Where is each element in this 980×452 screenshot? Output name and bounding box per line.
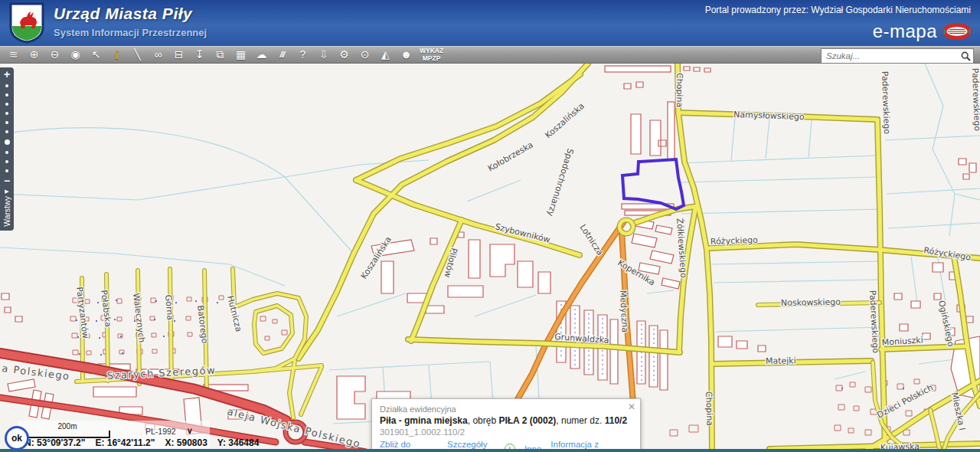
coordinate-value: Y: 346484 <box>217 437 260 448</box>
crs-selector[interactable]: PL-1992 ∨ <box>145 426 193 436</box>
chevron-down-icon: ∨ <box>187 426 193 436</box>
street-label: Batorego <box>195 305 210 345</box>
north-compass-icon[interactable]: ◭ <box>375 47 396 63</box>
help-icon[interactable]: ? <box>292 47 313 63</box>
coordinates-pin-icon[interactable]: ↧ <box>189 47 210 63</box>
cloud-download-icon[interactable]: ⇩ <box>313 47 334 63</box>
popup-text2: , numer dz. <box>556 415 602 426</box>
pila-coat-of-arms <box>9 2 44 44</box>
street-label: Medyczna <box>618 290 630 332</box>
street-label: Chopina <box>704 391 715 427</box>
close-icon[interactable]: ✕ <box>628 401 635 412</box>
zoom-in-button[interactable]: + <box>4 69 10 81</box>
search-button[interactable] <box>958 49 973 63</box>
popup-title: Działka ewidencyjna <box>380 405 632 414</box>
emapa-logo: e-mapa <box>873 21 937 42</box>
street-label: Ogińskiego <box>936 300 956 348</box>
layers-panel-tab[interactable]: ▶ Warstwy <box>0 185 14 231</box>
street-label: Walecznych <box>131 293 147 343</box>
zoom-dots <box>5 81 10 175</box>
portal-note: Portal prowadzony przez: Wydział Gospoda… <box>705 5 971 15</box>
toolbar-tools: ≋⊕⊖◉↖i╲∞⊟↧⧉▦☁///?⇩⚙⊙◭☻ <box>3 47 416 63</box>
measure-icon[interactable]: ╲ <box>127 47 148 63</box>
search-icon <box>961 51 971 61</box>
zoom-out-icon[interactable]: ⊖ <box>44 47 65 63</box>
street-label: Namysłowskiego <box>733 110 805 122</box>
popup-parcel-line: Piła - gmina miejska, obręb PIŁA 2 (0002… <box>380 415 632 426</box>
map-toolbar: ≋⊕⊖◉↖i╲∞⊟↧⧉▦☁///?⇩⚙⊙◭☻ WYKAZ MPZP <box>0 46 980 64</box>
wykaz-mpzp-button[interactable]: WYKAZ MPZP <box>420 47 443 62</box>
zoom-level-dot[interactable] <box>5 130 8 133</box>
search-box <box>821 48 974 64</box>
street-label: Chopina <box>675 73 684 107</box>
page-subtitle: System Informacji Przestrzennej <box>54 27 207 38</box>
popup-text: , obręb <box>468 415 499 426</box>
street-label: Połabska <box>99 290 113 328</box>
popup-parcel-number: 110/2 <box>605 415 627 426</box>
zoom-level-dot[interactable] <box>5 93 8 97</box>
street-label: Paderewskiego <box>880 71 892 135</box>
feedback-person-icon[interactable]: ☻ <box>396 47 416 63</box>
search-input[interactable] <box>822 51 958 61</box>
layers-tab-label: Warstwy <box>2 196 11 227</box>
wykaz-line2: MPZP <box>420 55 443 62</box>
popup-parcel-id: 301901_1.0002.110/2 <box>380 427 632 437</box>
zoom-level-dot[interactable] <box>5 139 10 145</box>
attribute-table-icon[interactable]: ▦ <box>230 47 251 63</box>
scale-label: 200m <box>24 422 110 431</box>
scale-bar: 200m <box>24 422 110 438</box>
street-label: Różyckiego <box>923 245 972 263</box>
identify-info-icon[interactable]: i <box>106 47 127 63</box>
street-label: Żółkiewskiego <box>675 218 688 278</box>
coordinates-readout: N: 53°09'37.2"E: 16°42'11.2"X: 590803Y: … <box>24 437 259 448</box>
link-icon[interactable]: ∞ <box>148 47 168 63</box>
zoom-control[interactable]: + − <box>0 67 14 191</box>
bottom-edge-strip <box>0 449 980 452</box>
map-canvas[interactable]: ChopinaNamysłowskiegoPaderewskiegoPadere… <box>0 64 980 452</box>
zoom-level-dot[interactable] <box>5 121 8 124</box>
settings-gears-icon[interactable]: ⚙ <box>334 47 354 63</box>
parcel-info-popup: ✕ Działka ewidencyjna Piła - gmina miejs… <box>371 398 641 452</box>
parcel-highlight <box>622 159 684 209</box>
street-label: Noskowskiego <box>781 297 841 308</box>
coordinate-value: N: 53°09'37.2" <box>24 437 85 448</box>
geosystem-logo-badge <box>942 22 972 41</box>
crs-label: PL-1992 <box>145 427 176 436</box>
street-label: Spadochroniarzy <box>545 147 575 218</box>
layers-icon[interactable]: ≋ <box>3 47 24 63</box>
zoom-in-icon[interactable]: ⊕ <box>24 47 44 63</box>
comment-balloon-icon[interactable]: ☁ <box>251 47 272 63</box>
street-label: Szybowników <box>494 221 551 244</box>
coordinate-value: E: 16°42'11.2" <box>95 437 155 448</box>
full-extent-icon[interactable]: ◉ <box>65 47 86 63</box>
page-title: Urząd Miasta Piły <box>54 5 207 23</box>
zoom-level-dot[interactable] <box>5 151 8 154</box>
hatch-layers-icon[interactable]: /// <box>272 47 292 63</box>
select-cursor-icon[interactable]: ↖ <box>86 47 106 63</box>
app-header: Urząd Miasta Piły System Informacji Prze… <box>0 0 980 46</box>
ok-button[interactable]: ok <box>5 426 29 450</box>
expand-arrow-icon: ▶ <box>5 188 8 195</box>
compare-windows-icon[interactable]: ⧉ <box>210 47 230 63</box>
street-label: Matejki <box>766 355 796 366</box>
coordinate-value: X: 590803 <box>165 437 207 448</box>
search-parcel-icon[interactable]: ⊙ <box>354 47 375 63</box>
zoom-level-dot[interactable] <box>5 160 8 163</box>
zoom-level-dot[interactable] <box>5 84 8 87</box>
street-label: Lotnicza <box>577 223 605 257</box>
map-viewport[interactable]: ChopinaNamysłowskiegoPaderewskiegoPadere… <box>0 64 980 452</box>
popup-obreb: PIŁA 2 (0002) <box>498 415 556 426</box>
street-label: Koszalińska <box>543 101 586 140</box>
street-label: Różyckiego <box>710 235 759 247</box>
zoom-level-dot[interactable] <box>5 112 8 115</box>
zoom-level-dot[interactable] <box>5 103 8 106</box>
street-label: Górna <box>163 294 175 320</box>
street-label: Partyzantów <box>74 287 90 339</box>
popup-municipality: Piła - gmina miejska <box>380 415 468 426</box>
zoom-level-dot[interactable] <box>5 169 8 172</box>
street-label: Paderewskiego <box>970 68 980 132</box>
print-icon[interactable]: ⊟ <box>168 47 189 63</box>
street-label: Hutnicza <box>225 295 243 333</box>
street-label: Kołobrzeska <box>486 139 535 173</box>
